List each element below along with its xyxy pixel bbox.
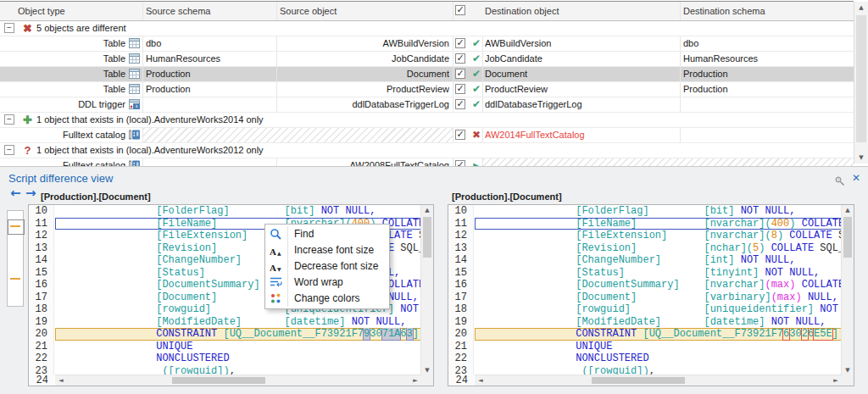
line-number: 19 <box>448 316 474 329</box>
next-difference-button[interactable]: → <box>25 187 36 200</box>
menu-item-change-colors[interactable]: Change colors <box>265 291 389 307</box>
code-line[interactable]: 20 CONSTRAINT [UQ__Document__F73921F7630… <box>448 328 854 341</box>
close-icon[interactable]: ✕ <box>852 172 860 184</box>
vertical-scrollbar[interactable]: ▲▼ <box>420 205 433 375</box>
code-text[interactable]: [FolderFlag] [bit] NOT NULL, <box>55 205 421 218</box>
code-text[interactable]: [Status] [tinyint] NOT NULL, <box>475 267 842 280</box>
vertical-scrollbar[interactable]: ▲▼ <box>841 205 854 375</box>
scroll-down-icon[interactable]: ▼ <box>854 154 868 161</box>
scrollbar-thumb[interactable] <box>843 217 852 258</box>
group-row[interactable]: −?1 object that exists in (local).Advent… <box>0 143 854 158</box>
column-header-destination-object[interactable]: Destination object <box>485 6 559 16</box>
column-header-source-object[interactable]: Source object <box>280 6 337 16</box>
horizontal-scrollbar[interactable]: ◄► <box>475 375 842 386</box>
scroll-right-icon[interactable]: ► <box>411 377 420 384</box>
collapse-button[interactable]: − <box>4 145 14 155</box>
code-text[interactable]: [rowguid] [uniqueidentifier] NOT NULL, <box>475 303 842 316</box>
difference-map[interactable] <box>7 210 24 307</box>
code-text[interactable]: [FolderFlag] [bit] NOT NULL, <box>475 205 842 218</box>
code-text[interactable]: UNIQUE <box>55 341 421 353</box>
code-line[interactable]: 10 [FolderFlag] [bit] NOT NULL, <box>448 205 854 218</box>
scrollbar-thumb[interactable] <box>423 217 431 258</box>
cell-source-schema: Production <box>146 84 270 94</box>
group-row[interactable]: −✚1 object that exists in (local).Advent… <box>0 113 854 128</box>
code-line[interactable]: 20 CONSTRAINT [UQ__Document__F73921F7930… <box>29 328 433 341</box>
object-row[interactable]: TableProductionDocument✓✔DocumentProduct… <box>0 67 854 82</box>
grid-vertical-scrollbar[interactable]: ▲ ▼ <box>854 2 868 164</box>
scroll-up-icon[interactable]: ▲ <box>842 207 854 214</box>
scroll-left-icon[interactable]: ◄ <box>57 377 65 384</box>
include-checkbox[interactable]: ✓ <box>455 53 465 64</box>
include-checkbox[interactable]: ✓ <box>455 130 465 140</box>
scrollbar-thumb[interactable] <box>856 15 866 142</box>
code-line[interactable]: 14 [ChangeNumber] [int] NOT NULL, <box>448 254 854 267</box>
code-line[interactable]: 22 NONCLUSTERED <box>448 352 854 365</box>
scroll-right-icon[interactable]: ► <box>832 377 840 384</box>
scrollbar-corner <box>842 375 854 386</box>
code-line[interactable]: 12 [FileExtension] [nvarchar](8) COLLATE… <box>448 230 854 242</box>
menu-item-word-wrap[interactable]: Word wrap <box>265 275 389 291</box>
scroll-up-icon[interactable]: ▲ <box>854 4 868 11</box>
collapse-button[interactable]: − <box>4 23 14 33</box>
code-line[interactable]: 10 [FolderFlag] [bit] NOT NULL, <box>29 205 433 218</box>
include-checkbox[interactable]: ✓ <box>455 38 465 48</box>
difference-map-viewport[interactable] <box>8 219 25 235</box>
menu-item-increase-font-size[interactable]: A▲Increase font size <box>265 242 389 258</box>
code-line[interactable]: 17 [Document] [varbinary](max) NULL, <box>448 291 854 304</box>
code-text[interactable]: NONCLUSTERED <box>55 352 421 365</box>
code-line[interactable]: 18 [rowguid] [uniqueidentifier] NOT NULL… <box>448 303 854 316</box>
auto-hide-pin-icon[interactable] <box>834 175 845 190</box>
object-row[interactable]: DDL triggerddlDatabaseTriggerLog✓✔ddlDat… <box>0 97 854 113</box>
code-line[interactable]: 19 [ModifiedDate] [datetime] NOT NULL, <box>29 316 433 329</box>
difference-marker[interactable] <box>10 225 20 227</box>
object-row[interactable]: TabledboAWBuildVersion✓✔AWBuildVersiondb… <box>0 36 854 52</box>
cell-destination-schema: Production <box>683 69 849 79</box>
code-text[interactable]: NONCLUSTERED <box>475 352 842 365</box>
difference-marker[interactable] <box>10 278 20 280</box>
menu-item-decrease-font-size[interactable]: A▼Decrease font size <box>265 258 389 275</box>
code-text[interactable]: [FileName] [nvarchar](400) COLLATE SQL_L… <box>475 218 842 230</box>
code-text[interactable]: CONSTRAINT [UQ__Document__F73921F793071A… <box>55 328 421 341</box>
code-text[interactable]: [Document] [varbinary](max) NULL, <box>475 291 842 304</box>
menu-item-find[interactable]: Find <box>265 226 389 242</box>
code-line[interactable]: 22 NONCLUSTERED <box>29 352 433 365</box>
code-line[interactable]: 21 UNIQUE <box>29 341 433 353</box>
code-text[interactable]: [Revision] [nchar](5) COLLATE SQL_Latin1… <box>475 242 842 255</box>
code-line[interactable]: 13 [Revision] [nchar](5) COLLATE SQL_Lat… <box>448 242 854 255</box>
column-header-object-type[interactable]: Object type <box>18 6 65 16</box>
object-row[interactable]: TableHumanResourcesJobCandidate✓✔JobCand… <box>0 52 854 67</box>
code-line[interactable]: 21 UNIQUE <box>448 341 854 353</box>
table-icon <box>129 53 140 65</box>
code-text[interactable]: CONSTRAINT [UQ__Document__F73921F763026E… <box>475 328 842 341</box>
scrollbar-thumb[interactable] <box>592 377 685 384</box>
scroll-up-icon[interactable]: ▲ <box>421 207 433 214</box>
code-text[interactable]: [ChangeNumber] [int] NOT NULL, <box>475 254 842 267</box>
object-row[interactable]: TableProductionProductReview✓✔ProductRev… <box>0 82 854 97</box>
collapse-button[interactable]: − <box>4 114 14 125</box>
include-checkbox[interactable]: ✓ <box>455 99 465 109</box>
code-line[interactable]: 11 [FileName] [nvarchar](400) COLLATE SQ… <box>448 218 854 230</box>
code-text[interactable]: [FileExtension] [nvarchar](8) COLLATE SQ… <box>475 230 842 242</box>
code-line[interactable]: 19 [ModifiedDate] [datetime] NOT NULL, <box>448 316 854 329</box>
column-header-destination-schema[interactable]: Destination schema <box>683 6 765 16</box>
object-row[interactable]: Fulltext catalog✓✖AW2014FullTextCatalog <box>0 128 854 143</box>
previous-difference-button[interactable]: ← <box>10 187 21 200</box>
code-text[interactable]: [ModifiedDate] [datetime] NOT NULL, <box>55 316 421 329</box>
select-all-checkbox[interactable]: ✓ <box>455 5 465 15</box>
column-header-source-schema[interactable]: Source schema <box>146 6 210 16</box>
code-line[interactable]: 15 [Status] [tinyint] NOT NULL, <box>448 267 854 280</box>
code-text[interactable]: [ModifiedDate] [datetime] NOT NULL, <box>475 316 842 329</box>
include-checkbox[interactable]: ✓ <box>455 84 465 94</box>
scroll-left-icon[interactable]: ◄ <box>476 377 485 384</box>
code-text[interactable]: [DocumentSummary] [nvarchar](max) COLLAT… <box>475 279 842 291</box>
group-row[interactable]: −✖5 objects are different <box>0 21 854 36</box>
scroll-down-icon[interactable]: ▼ <box>421 367 433 374</box>
code-text[interactable]: UNIQUE <box>475 341 842 353</box>
horizontal-scrollbar[interactable]: ◄► <box>55 375 421 386</box>
diff-editor-right[interactable]: 10 [FolderFlag] [bit] NOT NULL,11 [FileN… <box>448 204 854 386</box>
scrollbar-thumb[interactable] <box>172 377 265 384</box>
code-line[interactable]: 16 [DocumentSummary] [nvarchar](max) COL… <box>448 279 854 291</box>
include-checkbox[interactable]: ✓ <box>455 69 465 79</box>
scroll-down-icon[interactable]: ▼ <box>842 367 854 374</box>
line-number: 15 <box>29 267 54 280</box>
